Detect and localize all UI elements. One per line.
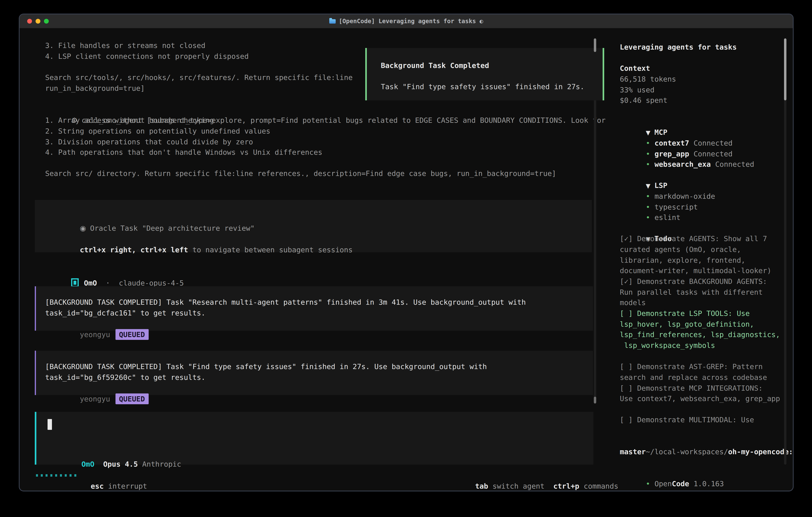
task-author: yeongyu: [80, 330, 110, 339]
context-spent: $0.46 spent: [620, 95, 667, 106]
todo-line: [ ] Demonstrate MCP INTEGRATIONS:: [620, 383, 763, 393]
task-message-meta: yeongyuQUEUED: [45, 318, 148, 351]
statusbar-right: tabswitch agentctrl+pcommands: [449, 470, 618, 491]
workspace-path-dim: ~/local-workspaces/: [646, 447, 728, 456]
todo-line: Run parallel tasks with different: [620, 287, 763, 298]
window-title: [OpenCode] Leveraging agents for tasks ◐: [339, 18, 483, 25]
todo-line: [ ] Demonstrate LSP TOOLS: Use: [620, 308, 750, 319]
tool-call-item: 4. Path operations that don't handle Win…: [45, 147, 322, 158]
main-scrollbar-thumb[interactable]: [594, 38, 596, 52]
task-message-meta: yeongyuQUEUED: [45, 383, 148, 415]
notification-toast: Background Task Completed Task "Find typ…: [365, 48, 604, 100]
bullet-icon: •: [646, 480, 650, 488]
mcp-status: Connected: [715, 160, 754, 168]
todo-line: lsp_find_references, lsp_diagnostics,: [620, 329, 780, 340]
input-model-name: Opus 4.5: [103, 460, 138, 468]
tab-key-label: switch agent: [493, 482, 545, 490]
terminal-window: [OpenCode] Leveraging agents for tasks ◐…: [19, 13, 793, 491]
notification-title: Background Task Completed: [381, 60, 489, 71]
notification-body: Task "Find type safety issues" finished …: [381, 81, 584, 92]
task-message-line: task_id="bg_dcfac161" to get results.: [45, 307, 205, 318]
status-badge: QUEUED: [115, 393, 148, 404]
folder-icon: [329, 19, 336, 23]
ctrlp-key-hint: ctrl+p: [553, 482, 579, 490]
prompt-input[interactable]: OmOOpus 4.5Anthropic: [35, 412, 593, 465]
screen: [OpenCode] Leveraging agents for tasks ◐…: [0, 0, 812, 517]
task-message-line: task_id="bg_6f59260c" to get results.: [45, 372, 205, 383]
todo-line: document-writer, multimodal-looker): [620, 265, 772, 276]
task-message-line: [BACKGROUND TASK COMPLETED] Task "Find t…: [45, 361, 487, 372]
oracle-task-panel: ◉Oracle Task "Deep architecture review" …: [35, 200, 592, 252]
agent-square-icon: [71, 278, 79, 287]
task-author: yeongyu: [80, 394, 110, 403]
todo-line: lsp_workspace_symbols: [620, 340, 715, 351]
agent-model: claude-opus-4-5: [119, 279, 184, 287]
session-title: Leveraging agents for tasks: [620, 42, 737, 52]
tool-call-item: 3. Division operations that could divide…: [45, 136, 253, 147]
tool-call-item: 1. Array access without bounds checking: [45, 115, 214, 126]
fisheye-icon: ◉: [80, 224, 86, 232]
background-task-message: [BACKGROUND TASK COMPLETED] Task "Resear…: [35, 286, 593, 331]
input-agent-name: OmO: [81, 460, 94, 468]
todo-line: [ ] Demonstrate AST-GREP: Pattern: [620, 361, 763, 372]
todo-line: [✓] Demonstrate BACKGROUND AGENTS:: [620, 276, 767, 287]
hint-keys: ctrl+x right, ctrl+x left: [80, 245, 188, 254]
brand-dim: Open: [655, 480, 672, 488]
esc-key-hint: esc: [91, 482, 104, 490]
workspace-branch: master: [620, 446, 646, 457]
esc-key-label: interrupt: [108, 482, 147, 490]
bullet-icon: •: [646, 160, 650, 168]
todo-line: [✓] Demonstrate AGENTS: Show all 7: [620, 233, 767, 244]
bullet-icon: •: [646, 213, 650, 221]
todo-line: Use context7, websearch_exa, grep_app: [620, 393, 780, 404]
context-tokens: 66,518 tokens: [620, 74, 676, 84]
titlebar[interactable]: [OpenCode] Leveraging agents for tasks ◐: [20, 15, 793, 28]
main-scrollbar-thumb[interactable]: [594, 397, 596, 404]
input-provider-name: Anthropic: [142, 460, 181, 468]
brand-bold: Code: [672, 480, 689, 488]
sidebar-scrollbar-track[interactable]: [784, 38, 786, 465]
tab-key-hint: tab: [475, 482, 488, 490]
tool-call-item: 2. String operations on potentially unde…: [45, 126, 270, 136]
oracle-task-title-text: Oracle Task "Deep architecture review": [90, 224, 255, 232]
lsp-name: eslint: [655, 213, 680, 221]
tool-call-line: Search src/ directory. Return specific f…: [45, 168, 556, 179]
todo-line: lsp_hover, lsp_goto_definition,: [620, 319, 754, 329]
window-title-row: [OpenCode] Leveraging agents for tasks ◐: [20, 15, 793, 28]
scrollback-line: run_in_background=true]: [45, 83, 145, 93]
scrollback-line: Search src/tools/, src/hooks/, src/featu…: [45, 72, 353, 83]
context-heading: Context: [620, 63, 650, 74]
scrollback-line: 3. File handles or streams not closed: [45, 40, 205, 51]
todo-line: search and replace across codebase: [620, 372, 767, 383]
sidebar-scrollbar-thumb[interactable]: [784, 38, 786, 100]
context-used: 33% used: [620, 84, 655, 95]
todo-line: curated agents (OmO, oracle,: [620, 244, 741, 255]
agent-name: OmO: [84, 279, 97, 287]
oracle-navigation-hint: ctrl+x right, ctrl+x left to navigate be…: [45, 234, 353, 266]
version-line: •OpenCode1.0.163: [620, 467, 724, 491]
todo-line: librarian, explore, frontend,: [620, 255, 746, 266]
ctrlp-key-label: commands: [584, 482, 618, 490]
status-badge: QUEUED: [115, 329, 148, 340]
todo-line: [ ] Demonstrate MULTIMODAL: Use: [620, 414, 754, 425]
separator-dot: ·: [106, 279, 110, 287]
mcp-name: websearch_exa: [655, 160, 711, 168]
workspace-path-bold: oh-my-opencode:: [728, 447, 793, 456]
hint-text: to navigate between subagent sessions: [188, 245, 353, 254]
scrollback-line: 4. LSP client connections not properly d…: [45, 51, 249, 61]
text-cursor: [48, 419, 52, 430]
background-task-message: [BACKGROUND TASK COMPLETED] Task "Find t…: [35, 351, 593, 395]
statusbar-left: escinterrupt: [65, 470, 147, 491]
todo-line: models: [620, 297, 646, 308]
version-number: 1.0.163: [694, 480, 724, 488]
task-message-line: [BACKGROUND TASK COMPLETED] Task "Resear…: [45, 297, 526, 307]
